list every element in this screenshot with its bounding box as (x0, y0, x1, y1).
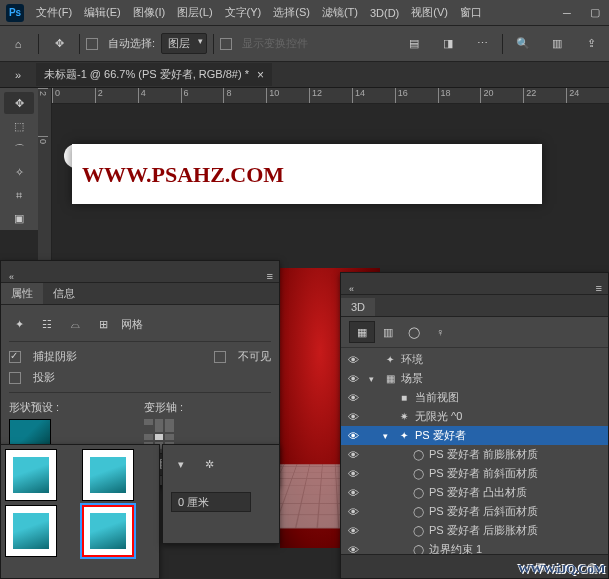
preset-picker-panel (0, 444, 160, 579)
visibility-eye-icon[interactable]: 👁 (345, 354, 361, 366)
3d-panel: « ≡ 3D ▦ ▥ ◯ ♀ 👁✦环境👁▾▦场景👁■当前视图👁✷无限光 ^0👁▾… (340, 272, 609, 579)
projection-checkbox[interactable] (9, 372, 21, 384)
move-tool-icon[interactable]: ✥ (45, 30, 73, 58)
window-maximize[interactable]: ▢ (581, 0, 609, 26)
panel-menu-icon[interactable]: ≡ (590, 282, 608, 294)
tree-row[interactable]: 👁◯PS 爱好者 凸出材质 (341, 483, 608, 502)
deform-axis-label: 变形轴 : (144, 400, 271, 415)
panel-collapse-icon[interactable]: « (343, 284, 360, 294)
twisty-icon[interactable]: ▾ (383, 431, 393, 441)
gear-icon[interactable]: ✲ (199, 454, 219, 474)
deform-icon[interactable]: ☷ (37, 314, 57, 334)
tree-row[interactable]: 👁▾✦PS 爱好者 (341, 426, 608, 445)
menu-3d[interactable]: 3D(D) (364, 7, 405, 19)
catch-shadow-checkbox[interactable] (9, 351, 21, 363)
tree-row-label: 当前视图 (415, 390, 459, 405)
search-icon[interactable]: 🔍 (509, 30, 537, 58)
close-tab-icon[interactable]: × (257, 68, 264, 82)
horizontal-ruler: 024681012141618202224 (52, 88, 609, 104)
3d-filter-light-icon[interactable]: ♀ (427, 321, 453, 343)
menu-view[interactable]: 视图(V) (405, 5, 454, 20)
menu-image[interactable]: 图像(I) (127, 5, 171, 20)
document-tab-title: 未标题-1 @ 66.7% (PS 爱好者, RGB/8#) * (44, 67, 249, 82)
tab-3d[interactable]: 3D (341, 298, 375, 316)
move-tool[interactable]: ✥ (4, 92, 34, 114)
tree-row[interactable]: 👁▾▦场景 (341, 369, 608, 388)
chevron-down-icon[interactable]: ▾ (171, 454, 191, 474)
frame-tool[interactable]: ▣ (4, 207, 34, 229)
canvas-text: WWW.PSAHZ.COM (72, 144, 542, 188)
tree-row[interactable]: 👁✦环境 (341, 350, 608, 369)
preset-thumb-4-selected[interactable] (82, 505, 134, 557)
home-icon[interactable]: ⌂ (4, 30, 32, 58)
menu-file[interactable]: 文件(F) (30, 5, 78, 20)
invisible-checkbox[interactable] (214, 351, 226, 363)
auto-select-checkbox[interactable] (86, 38, 98, 50)
options-more-icon[interactable]: ⋯ (468, 30, 496, 58)
panel-menu-icon[interactable]: ≡ (261, 270, 279, 282)
extrude-depth-input[interactable] (171, 492, 251, 512)
crop-tool[interactable]: ⌗ (4, 184, 34, 206)
divider (38, 34, 39, 54)
catch-shadow-label: 捕捉阴影 (33, 349, 77, 364)
preset-thumb-1[interactable] (5, 449, 57, 501)
node-type-icon: ■ (397, 392, 411, 403)
menu-layer[interactable]: 图层(L) (171, 5, 218, 20)
menu-select[interactable]: 选择(S) (267, 5, 316, 20)
menu-window[interactable]: 窗口 (454, 5, 488, 20)
tab-properties[interactable]: 属性 (1, 283, 43, 304)
menu-edit[interactable]: 编辑(E) (78, 5, 127, 20)
align-icon[interactable]: ▤ (400, 30, 428, 58)
cap-icon[interactable]: ⌓ (65, 314, 85, 334)
visibility-eye-icon[interactable]: 👁 (345, 525, 361, 537)
panel-collapse-icon[interactable]: « (3, 272, 20, 282)
preset-thumb-3[interactable] (5, 505, 57, 557)
tree-row-label: PS 爱好者 前斜面材质 (429, 466, 538, 481)
tree-row-label: PS 爱好者 后斜面材质 (429, 504, 538, 519)
layer-dropdown[interactable]: 图层 (161, 33, 207, 54)
document-canvas[interactable]: WWW.PSAHZ.COM (72, 144, 542, 204)
window-minimize[interactable]: ─ (553, 0, 581, 26)
tree-row-label: PS 爱好者 前膨胀材质 (429, 447, 538, 462)
lasso-tool[interactable]: ⌒ (4, 138, 34, 160)
twisty-icon[interactable]: ▾ (369, 374, 379, 384)
coords-icon[interactable]: ⊞ (93, 314, 113, 334)
mesh-icon[interactable]: ✦ (9, 314, 29, 334)
3d-filter-mesh-icon[interactable]: ▥ (375, 321, 401, 343)
visibility-eye-icon[interactable]: 👁 (345, 506, 361, 518)
tree-row[interactable]: 👁✷无限光 ^0 (341, 407, 608, 426)
menu-filter[interactable]: 滤镜(T) (316, 5, 364, 20)
3d-filter-material-icon[interactable]: ◯ (401, 321, 427, 343)
tree-row-label: 环境 (401, 352, 423, 367)
tree-row[interactable]: 👁■当前视图 (341, 388, 608, 407)
node-type-icon: ◯ (411, 525, 425, 536)
dock-toggle-icon[interactable]: » (8, 65, 28, 85)
tree-row[interactable]: 👁◯PS 爱好者 前斜面材质 (341, 464, 608, 483)
node-type-icon: ◯ (411, 468, 425, 479)
preset-thumb-2[interactable] (82, 449, 134, 501)
visibility-eye-icon[interactable]: 👁 (345, 411, 361, 423)
visibility-eye-icon[interactable]: 👁 (345, 487, 361, 499)
visibility-eye-icon[interactable]: 👁 (345, 430, 361, 442)
tree-row[interactable]: 👁◯PS 爱好者 后斜面材质 (341, 502, 608, 521)
document-tab[interactable]: 未标题-1 @ 66.7% (PS 爱好者, RGB/8#) * × (36, 63, 272, 86)
3d-filter-scene-icon[interactable]: ▦ (349, 321, 375, 343)
marquee-tool[interactable]: ⬚ (4, 115, 34, 137)
tree-row[interactable]: 👁◯PS 爱好者 后膨胀材质 (341, 521, 608, 540)
mesh-label: 网格 (121, 317, 143, 332)
visibility-eye-icon[interactable]: 👁 (345, 449, 361, 461)
magic-wand-tool[interactable]: ✧ (4, 161, 34, 183)
share-icon[interactable]: ⇪ (577, 30, 605, 58)
tree-row[interactable]: 👁◯PS 爱好者 前膨胀材质 (341, 445, 608, 464)
tree-row-label: PS 爱好者 (415, 428, 466, 443)
visibility-eye-icon[interactable]: 👁 (345, 392, 361, 404)
menu-type[interactable]: 文字(Y) (219, 5, 268, 20)
tab-info[interactable]: 信息 (43, 283, 85, 304)
tree-row-label: 场景 (401, 371, 423, 386)
visibility-eye-icon[interactable]: 👁 (345, 373, 361, 385)
show-transform-checkbox[interactable] (220, 38, 232, 50)
visibility-eye-icon[interactable]: 👁 (345, 468, 361, 480)
3dmode-icon[interactable]: ◨ (434, 30, 462, 58)
divider (79, 34, 80, 54)
arrange-icon[interactable]: ▥ (543, 30, 571, 58)
